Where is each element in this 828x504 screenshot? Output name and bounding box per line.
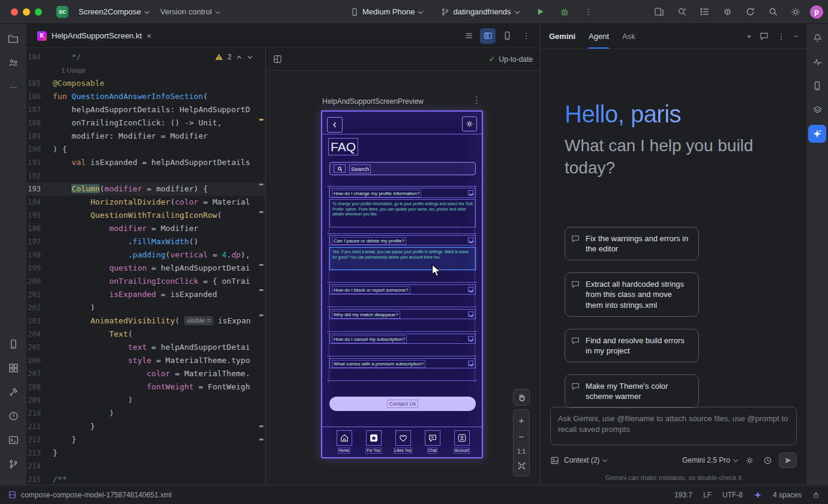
file-encoding[interactable]: UTF-8 bbox=[722, 491, 743, 499]
code-line[interactable]: 201 isExpanded = isExpanded bbox=[26, 288, 265, 301]
code-line[interactable]: 210 ) bbox=[26, 407, 265, 420]
contact-us-button[interactable]: Contact Us bbox=[329, 397, 476, 411]
project-folder-icon[interactable] bbox=[4, 30, 22, 48]
code-line[interactable]: 190) { bbox=[26, 143, 265, 156]
settings-gear-icon[interactable] bbox=[787, 4, 804, 20]
line-number[interactable]: 196 bbox=[26, 222, 44, 235]
code-line[interactable]: 214 bbox=[26, 460, 265, 473]
code-editor[interactable]: 2 184 */1 Usage185@Composable186fun Ques… bbox=[26, 48, 266, 485]
editor-options-icon[interactable]: ⋮ bbox=[518, 28, 534, 44]
next-warning-icon[interactable] bbox=[247, 54, 253, 61]
readonly-lock-icon[interactable] bbox=[812, 491, 820, 499]
close-tab-icon[interactable]: × bbox=[146, 32, 151, 40]
project-menu[interactable]: Screen2Compose bbox=[73, 4, 155, 19]
gemini-settings-icon[interactable] bbox=[743, 454, 756, 467]
line-number[interactable]: 206 bbox=[26, 354, 44, 367]
new-chat-icon[interactable]: + bbox=[747, 32, 752, 41]
run-button[interactable] bbox=[532, 4, 549, 20]
code-line[interactable]: 209 ) bbox=[26, 394, 265, 407]
code-line[interactable]: 195 QuestionWithTrailingIconRow( bbox=[26, 209, 265, 222]
code-line[interactable]: 199 question = helpAndSupportDetai bbox=[26, 262, 265, 275]
indent-setting[interactable]: 4 spaces bbox=[773, 491, 802, 499]
line-number[interactable]: 185 bbox=[26, 77, 44, 90]
panel-options-icon[interactable]: ⋮ bbox=[777, 32, 785, 41]
gemini-spark-icon[interactable] bbox=[808, 125, 826, 143]
search-icon[interactable] bbox=[764, 4, 781, 20]
settings-gear-icon[interactable] bbox=[462, 116, 477, 131]
code-line[interactable]: 213} bbox=[26, 446, 265, 460]
code-line[interactable]: 212 } bbox=[26, 433, 265, 446]
nav-item-chat[interactable]: Chat bbox=[419, 430, 446, 457]
nav-item-likes-you[interactable]: Likes You bbox=[389, 430, 416, 457]
resource-manager-icon[interactable] bbox=[4, 359, 22, 377]
todo-list-icon[interactable] bbox=[696, 4, 713, 20]
suggestion-card[interactable]: Extract all hardcoded strings from this … bbox=[565, 272, 699, 316]
expand-icon[interactable] bbox=[468, 311, 473, 317]
more-tools-icon[interactable]: ⋯ bbox=[4, 78, 22, 96]
debug-button[interactable] bbox=[556, 4, 573, 20]
profiler-icon[interactable] bbox=[808, 53, 826, 71]
gradle-sync-icon[interactable] bbox=[742, 4, 758, 20]
version-control-icon[interactable] bbox=[4, 455, 22, 473]
line-number[interactable]: 187 bbox=[26, 103, 44, 116]
profile-avatar[interactable]: p bbox=[810, 5, 823, 19]
suggestion-card[interactable]: Find and resolve build errors in my proj… bbox=[565, 329, 699, 362]
preview-canvas[interactable]: HelpAndSupportScreenPreview ⋮ FAQ Search bbox=[266, 71, 540, 485]
tab-ask[interactable]: Ask bbox=[622, 24, 635, 49]
line-number[interactable]: 203 bbox=[26, 314, 44, 328]
terminal-icon[interactable] bbox=[4, 431, 22, 449]
maximize-window-button[interactable] bbox=[35, 8, 42, 16]
usage-inlay-hint[interactable]: 1 Usage bbox=[26, 64, 265, 77]
code-line[interactable]: 205 text = helpAndSupportDetai bbox=[26, 341, 265, 354]
chat-history-icon[interactable] bbox=[760, 32, 769, 41]
expand-icon[interactable] bbox=[468, 361, 473, 366]
expand-icon[interactable] bbox=[468, 190, 473, 196]
line-number[interactable]: 198 bbox=[26, 248, 44, 262]
code-line[interactable]: 189 modifier: Modifier = Modifier bbox=[26, 130, 265, 143]
line-number[interactable]: 188 bbox=[26, 116, 44, 130]
line-number[interactable]: 215 bbox=[26, 473, 44, 485]
code-line[interactable]: 188 onTrailingIconClick: () -> Unit, bbox=[26, 116, 265, 130]
ai-search-icon[interactable] bbox=[673, 4, 690, 20]
faq-question-row[interactable]: How do I cancel my subscription? bbox=[329, 334, 476, 344]
line-number[interactable]: 197 bbox=[26, 235, 44, 248]
line-number[interactable]: 201 bbox=[26, 288, 44, 301]
problems-icon[interactable] bbox=[4, 407, 22, 425]
design-view-button[interactable] bbox=[499, 28, 515, 44]
layers-icon[interactable] bbox=[808, 101, 826, 119]
ai-status-icon[interactable] bbox=[754, 491, 762, 499]
line-number[interactable]: 211 bbox=[26, 420, 44, 433]
nav-item-account[interactable]: Account bbox=[448, 430, 475, 457]
more-run-options-button[interactable]: ⋮ bbox=[580, 4, 597, 20]
code-line[interactable]: 191 val isExpanded = helpAndSupportDetai… bbox=[26, 156, 265, 169]
faq-question-row[interactable]: How do I change my profile information? bbox=[329, 188, 476, 198]
code-line[interactable]: 215/** bbox=[26, 473, 265, 485]
code-line[interactable]: 208 fontWeight = FontWeigh bbox=[26, 380, 265, 394]
zoom-out-button[interactable]: − bbox=[519, 432, 524, 441]
minimize-window-button[interactable] bbox=[23, 8, 30, 16]
code-view-button[interactable] bbox=[461, 28, 476, 44]
faq-question-row[interactable]: Why did my match disappear? bbox=[329, 309, 476, 319]
device-selector[interactable]: Medium Phone bbox=[345, 4, 428, 19]
preview-options-icon[interactable]: ⋮ bbox=[472, 95, 481, 106]
line-separator[interactable]: LF bbox=[703, 491, 712, 499]
zoom-level[interactable]: 1:1 bbox=[517, 448, 526, 455]
code-line[interactable]: 194 HorizontalDivider(color = Material bbox=[26, 196, 265, 209]
prompt-history-icon[interactable] bbox=[761, 454, 774, 467]
faq-question-row[interactable]: How do I block or report someone? bbox=[329, 284, 476, 295]
line-number[interactable]: 208 bbox=[26, 380, 44, 394]
notifications-bell-icon[interactable] bbox=[808, 29, 826, 47]
pull-requests-icon[interactable] bbox=[4, 54, 22, 72]
phone-preview[interactable]: FAQ Search How do I change my profile in… bbox=[321, 110, 483, 458]
code-line[interactable]: 187 helpAndSupportDetails: HelpAndSuppor… bbox=[26, 103, 265, 116]
nav-item-for-you[interactable]: For You bbox=[360, 430, 387, 457]
preview-layout-icon[interactable] bbox=[273, 55, 282, 64]
line-number[interactable]: 214 bbox=[26, 460, 44, 473]
code-line[interactable]: 211 } bbox=[26, 420, 265, 433]
gemini-input[interactable]: Ask Gemini, use @filename to attach sour… bbox=[550, 407, 797, 445]
line-number[interactable]: 184 bbox=[26, 50, 44, 64]
caret-position[interactable]: 193:7 bbox=[674, 491, 692, 499]
build-icon[interactable] bbox=[4, 383, 22, 401]
code-line[interactable]: 200 onTrailingIconClick = { onTrai bbox=[26, 275, 265, 288]
device-manager-icon[interactable] bbox=[808, 77, 826, 95]
